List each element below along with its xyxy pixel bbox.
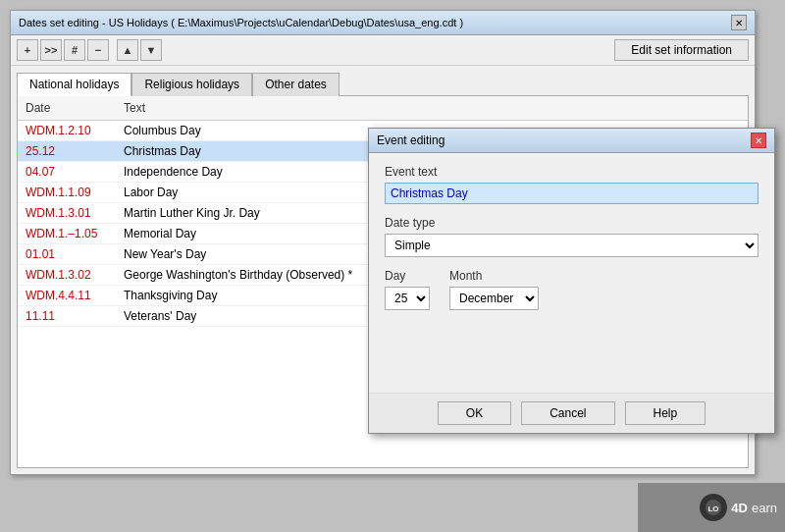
- window-close-button[interactable]: ✕: [731, 15, 747, 30]
- skip-button[interactable]: >>: [40, 39, 62, 61]
- cancel-button[interactable]: Cancel: [521, 401, 614, 425]
- window-title: Dates set editing - US Holidays ( E:\Max…: [19, 17, 463, 28]
- tabs: National holidays Religious holidays Oth…: [17, 72, 749, 95]
- day-select[interactable]: 25 12345 678910 1112131415 1617181920 21…: [385, 287, 430, 310]
- add-button[interactable]: +: [17, 39, 38, 61]
- dialog-title-bar: Event editing ✕: [369, 129, 774, 153]
- tabs-container: National holidays Religious holidays Oth…: [11, 66, 755, 95]
- row-date: WDM.1.3.02: [18, 265, 116, 285]
- earn-text: earn: [752, 501, 777, 515]
- row-date: WDM.1.3.01: [18, 203, 116, 223]
- help-button[interactable]: Help: [625, 401, 706, 425]
- table-header: Date Text: [18, 96, 748, 121]
- hash-button[interactable]: #: [64, 39, 85, 61]
- title-bar: Dates set editing - US Holidays ( E:\Max…: [11, 11, 755, 35]
- svg-text:LO: LO: [708, 505, 719, 513]
- tab-other-dates[interactable]: Other dates: [252, 73, 340, 96]
- row-date: 25.12: [18, 141, 116, 161]
- ok-button[interactable]: OK: [438, 401, 511, 425]
- row-date: WDM.4.4.11: [18, 286, 116, 305]
- date-type-select[interactable]: Simple Relative Complex: [385, 234, 759, 257]
- watermark-logo: LO 4D: [700, 494, 748, 521]
- event-text-input[interactable]: [385, 183, 759, 204]
- dialog-footer: OK Cancel Help: [369, 393, 774, 433]
- dialog-title: Event editing: [377, 133, 445, 147]
- date-type-label: Date type: [385, 216, 759, 230]
- row-date: 01.01: [18, 244, 116, 264]
- row-date: 11.11: [18, 306, 116, 326]
- day-label: Day: [385, 269, 430, 283]
- row-date: WDM.1.–1.05: [18, 224, 116, 243]
- dialog-close-button[interactable]: ✕: [751, 133, 766, 148]
- row-date: WDM.1.1.09: [18, 183, 116, 202]
- move-down-button[interactable]: ▼: [140, 39, 162, 61]
- logo-circle: LO: [700, 494, 727, 521]
- tab-religious-holidays[interactable]: Religious holidays: [131, 73, 252, 96]
- tab-national-holidays[interactable]: National holidays: [17, 73, 131, 96]
- row-date: WDM.1.2.10: [18, 121, 116, 140]
- month-label: Month: [449, 269, 539, 283]
- remove-button[interactable]: −: [87, 39, 109, 61]
- row-date: 04.07: [18, 162, 116, 182]
- toolbar: + >> # − ▲ ▼ Edit set information: [11, 35, 755, 66]
- month-select[interactable]: December JanuaryFebruaryMarch AprilMayJu…: [449, 287, 539, 310]
- col-header-text: Text: [116, 99, 748, 117]
- edit-set-button[interactable]: Edit set information: [614, 39, 749, 61]
- day-field-group: Day 25 12345 678910 1112131415 161718192…: [385, 269, 430, 310]
- day-month-fields: Day 25 12345 678910 1112131415 161718192…: [385, 269, 759, 310]
- event-text-label: Event text: [385, 165, 759, 179]
- logo-4d-text: 4D: [731, 501, 748, 515]
- month-field-group: Month December JanuaryFebruaryMarch Apri…: [449, 269, 539, 310]
- col-header-date: Date: [18, 99, 116, 117]
- event-editing-dialog: Event editing ✕ Event text Date type Sim…: [368, 128, 775, 434]
- dialog-body: Event text Date type Simple Relative Com…: [369, 153, 774, 393]
- move-up-button[interactable]: ▲: [117, 39, 138, 61]
- watermark: LO 4D earn: [638, 483, 785, 532]
